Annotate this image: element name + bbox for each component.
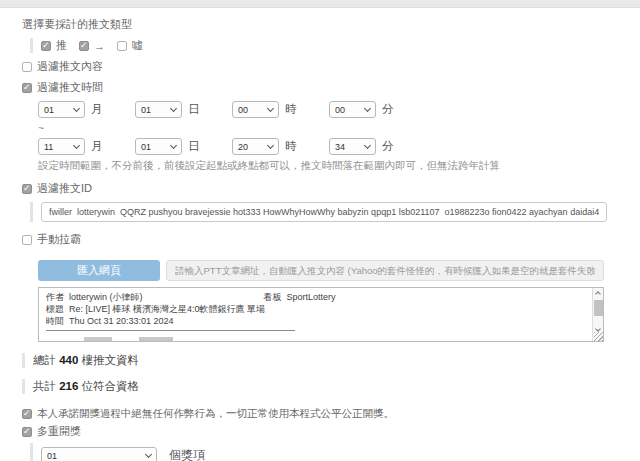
time-filter-checkbox[interactable]	[22, 83, 32, 93]
resize-grip-icon[interactable]	[594, 332, 603, 341]
article-title-line: 標題 Re: [LIVE] 棒球 橫濱海灣之星4:0軟體銀行鷹 單場	[46, 303, 587, 315]
import-page-button[interactable]: 匯入網頁	[38, 260, 160, 281]
id-filter-label: 過濾推文ID	[37, 181, 92, 196]
qualified-count: 216	[59, 380, 78, 392]
manual-slot-checkbox[interactable]	[22, 235, 32, 245]
end-hour-select[interactable]: 20	[232, 138, 279, 155]
multi-draw-label: 多重開獎	[37, 424, 81, 439]
multi-draw-checkbox[interactable]	[22, 427, 32, 437]
chevron-down-icon	[267, 141, 274, 148]
chevron-down-icon	[364, 104, 371, 111]
arrow-checkbox-label: →	[94, 40, 105, 52]
article-time-line: 時間 Thu Oct 31 20:33:01 2024	[46, 315, 587, 327]
content-filter-checkbox[interactable]	[22, 62, 32, 72]
import-row: 匯入網頁	[38, 260, 640, 281]
time-filter-label: 過濾推文時間	[37, 80, 103, 95]
month-unit-label: 月	[91, 102, 103, 117]
chevron-down-icon	[170, 104, 177, 111]
hour-unit-label: 時	[285, 102, 297, 117]
minute-unit-label: 分	[382, 139, 394, 154]
chevron-down-icon	[145, 450, 152, 457]
prize-count-block: 01 個獎項 此選項可一次開出多位得獎者	[30, 443, 640, 461]
time-range-tilde: ~	[38, 122, 640, 134]
end-day-select[interactable]: 01	[135, 138, 182, 155]
multi-draw-row: 多重開獎	[22, 424, 640, 439]
total-pushes-stat: 總計 440 樓推文資料	[22, 353, 640, 368]
day-unit-label: 日	[188, 139, 200, 154]
id-filter-row: 過濾推文ID	[22, 181, 640, 196]
clipped-text-line	[139, 337, 173, 341]
chevron-down-icon	[267, 104, 274, 111]
time-range-hint: 設定時間範圍，不分前後，前後設定起點或終點都可以，推文時間落在範圍內即可，但無法…	[38, 159, 640, 173]
chevron-down-icon	[364, 141, 371, 148]
day-unit-label: 日	[188, 102, 200, 117]
id-filter-checkbox[interactable]	[22, 184, 32, 194]
push-checkbox-label: 推	[56, 38, 67, 53]
push-type-section-label: 選擇要採計的推文類型	[22, 17, 640, 32]
manual-slot-label: 手動拉霸	[37, 232, 81, 247]
chevron-down-icon	[170, 141, 177, 148]
pledge-label: 本人承諾開獎過程中絕無任何作弊行為，一切正常使用本程式公平公正開獎。	[37, 407, 394, 421]
article-content-textarea[interactable]: 作者 lotterywin (小律師) 看板 SportLottery 標題 R…	[38, 287, 604, 342]
scroll-up-icon[interactable]	[593, 288, 603, 298]
content-filter-label: 過濾推文內容	[37, 59, 103, 74]
time-start-row: 01 月 01 日 00 時 00 分	[38, 101, 640, 118]
minute-unit-label: 分	[382, 102, 394, 117]
article-author-line: 作者 lotterywin (小律師) 看板 SportLottery	[46, 291, 587, 303]
chevron-down-icon	[73, 141, 80, 148]
time-filter-block: 01 月 01 日 00 時 00 分 ~ 11 月 01	[38, 101, 640, 173]
end-minute-select[interactable]: 34	[329, 138, 376, 155]
prize-count-select[interactable]: 01	[41, 447, 157, 461]
total-pushes-count: 440	[59, 354, 78, 366]
article-separator-line	[46, 330, 295, 331]
article-url-input[interactable]	[166, 260, 604, 281]
time-filter-row: 過濾推文時間	[22, 80, 640, 95]
push-type-options-row: 推 → 噓	[30, 38, 640, 53]
boo-checkbox-label: 噓	[132, 38, 143, 53]
end-month-select[interactable]: 11	[38, 138, 85, 155]
month-unit-label: 月	[91, 139, 103, 154]
prize-unit-label: 個獎項	[169, 447, 205, 461]
clipped-text-line	[84, 337, 112, 341]
chevron-down-icon	[73, 104, 80, 111]
content-filter-row: 過濾推文內容	[22, 59, 640, 74]
manual-slot-row: 手動拉霸	[22, 232, 640, 247]
id-filter-input[interactable]	[41, 202, 607, 222]
time-end-row: 11 月 01 日 20 時 34 分	[38, 138, 640, 155]
arrow-checkbox[interactable]	[79, 41, 89, 51]
id-filter-input-wrap	[30, 202, 640, 222]
push-checkbox[interactable]	[41, 41, 51, 51]
qualified-stat: 共計 216 位符合資格	[22, 379, 640, 394]
lottery-tool-page: 選擇要採計的推文類型 推 → 噓 過濾推文內容 過濾推文時間 01 月 01 日…	[0, 8, 640, 461]
start-month-select[interactable]: 01	[38, 101, 85, 118]
boo-checkbox[interactable]	[117, 41, 127, 51]
start-minute-select[interactable]: 00	[329, 101, 376, 118]
hour-unit-label: 時	[285, 139, 297, 154]
pledge-row: 本人承諾開獎過程中絕無任何作弊行為，一切正常使用本程式公平公正開獎。	[22, 407, 640, 421]
pledge-checkbox[interactable]	[22, 409, 32, 419]
start-day-select[interactable]: 01	[135, 101, 182, 118]
start-hour-select[interactable]: 00	[232, 101, 279, 118]
top-gray-bar	[0, 0, 640, 8]
scrollbar-thumb[interactable]	[594, 300, 603, 316]
